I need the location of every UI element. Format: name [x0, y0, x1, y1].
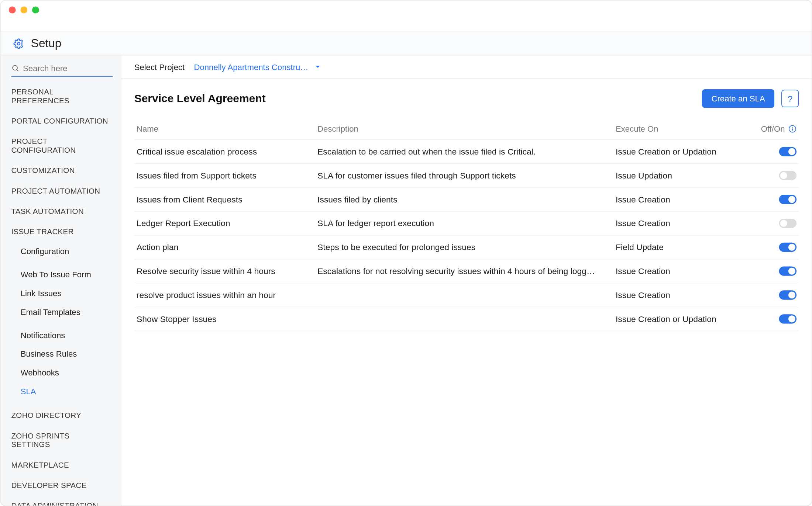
sla-execute-on: Issue Updation: [616, 171, 738, 180]
sla-toggle[interactable]: [779, 243, 796, 252]
maximize-window-icon[interactable]: [32, 6, 39, 13]
window-traffic-lights: [9, 6, 39, 13]
sidebar-item-link-issues[interactable]: Link Issues: [20, 284, 121, 303]
sidebar-section-developer-space[interactable]: DEVELOPER SPACE: [1, 475, 121, 496]
sla-toggle[interactable]: [779, 195, 796, 204]
sla-execute-on: Issue Creation: [616, 219, 738, 228]
sidebar-item-business-rules[interactable]: Business Rules: [20, 344, 121, 363]
minimize-window-icon[interactable]: [20, 6, 27, 13]
sla-execute-on: Issue Creation or Updation: [616, 314, 738, 323]
sla-execute-on: Issue Creation: [616, 195, 738, 204]
info-icon[interactable]: [788, 125, 796, 133]
help-button[interactable]: ?: [781, 90, 799, 107]
chevron-down-icon: [315, 64, 320, 69]
sidebar-section-issue-tracker[interactable]: ISSUE TRACKER: [1, 222, 121, 242]
sla-description: Issues filed by clients: [317, 195, 610, 204]
window-titlebar: [1, 1, 812, 32]
sla-toggle[interactable]: [779, 290, 796, 299]
sla-name: Issues filed from Support tickets: [137, 171, 312, 180]
setup-header: Setup: [1, 32, 812, 55]
col-execute-on: Execute On: [616, 124, 738, 134]
sla-description: Escalation to be carried out when the is…: [317, 147, 610, 156]
sla-execute-on: Issue Creation: [616, 290, 738, 299]
sidebar-section-personal-preferences[interactable]: PERSONAL PREFERENCES: [1, 82, 121, 111]
close-window-icon[interactable]: [9, 6, 16, 13]
table-row[interactable]: Issues from Client RequestsIssues filed …: [134, 188, 799, 212]
sla-name: resolve product issues within an hour: [137, 290, 312, 299]
sla-toggle[interactable]: [779, 314, 796, 323]
sidebar-item-configuration[interactable]: Configuration: [20, 242, 121, 261]
sidebar-item-sla[interactable]: SLA: [20, 382, 121, 401]
sidebar-section-project-configuration[interactable]: PROJECT CONFIGURATION: [1, 131, 121, 160]
sla-description: Steps to be executed for prolonged issue…: [317, 243, 610, 252]
setup-title: Setup: [31, 37, 62, 50]
svg-line-2: [17, 70, 18, 71]
sla-description: SLA for customer issues filed through Su…: [317, 171, 610, 180]
content-area: Service Level Agreement Create an SLA ? …: [121, 79, 812, 505]
sla-execute-on: Field Update: [616, 243, 738, 252]
col-off-on-label: Off/On: [761, 124, 785, 134]
sla-name: Critical issue escalation process: [137, 147, 312, 156]
table-row[interactable]: Issues filed from Support ticketsSLA for…: [134, 164, 799, 188]
sla-description: Escalations for not resolving security i…: [317, 267, 610, 276]
svg-point-1: [13, 66, 17, 70]
sla-name: Action plan: [137, 243, 312, 252]
sla-name: Ledger Report Execution: [137, 219, 312, 228]
table-row[interactable]: Show Stopper IssuesIssue Creation or Upd…: [134, 307, 799, 331]
search-icon: [11, 64, 19, 72]
search-input[interactable]: [23, 63, 113, 73]
app-window: Setup PERSONAL PREFERENCESPORTAL CONFIGU…: [0, 0, 812, 506]
sla-toggle[interactable]: [779, 171, 796, 180]
table-row[interactable]: Action planSteps to be executed for prol…: [134, 236, 799, 260]
col-off-on: Off/On: [761, 124, 796, 134]
project-dropdown[interactable]: Donnelly Apartments Constru…: [194, 62, 320, 71]
sla-name: Resolve security issue within 4 hours: [137, 267, 312, 276]
table-row[interactable]: Ledger Report ExecutionSLA for ledger re…: [134, 212, 799, 236]
sidebar-search: [1, 55, 121, 82]
sidebar-section-data-administration[interactable]: DATA ADMINISTRATION: [1, 496, 121, 506]
table-header: Name Description Execute On Off/On: [134, 118, 799, 140]
col-name: Name: [137, 124, 312, 134]
svg-point-5: [792, 127, 793, 128]
gear-icon: [13, 38, 24, 49]
sidebar-item-notifications[interactable]: Notifications: [20, 326, 121, 345]
sidebar-section-portal-configuration[interactable]: PORTAL CONFIGURATION: [1, 111, 121, 131]
sla-toggle[interactable]: [779, 267, 796, 276]
sidebar-section-zoho-directory[interactable]: ZOHO DIRECTORY: [1, 405, 121, 426]
sla-execute-on: Issue Creation: [616, 267, 738, 276]
sla-description: SLA for ledger report execution: [317, 219, 610, 228]
sidebar-item-webhooks[interactable]: Webhooks: [20, 363, 121, 382]
table-row[interactable]: resolve product issues within an hourIss…: [134, 283, 799, 307]
sidebar-section-task-automation[interactable]: TASK AUTOMATION: [1, 201, 121, 221]
sidebar-item-email-templates[interactable]: Email Templates: [20, 303, 121, 322]
page-title: Service Level Agreement: [134, 92, 266, 105]
sidebar-section-customization[interactable]: CUSTOMIZATION: [1, 160, 121, 181]
sla-name: Issues from Client Requests: [137, 195, 312, 204]
sla-toggle[interactable]: [779, 147, 796, 156]
svg-point-0: [17, 42, 20, 45]
project-dropdown-value: Donnelly Apartments Constru…: [194, 62, 308, 71]
table-row[interactable]: Resolve security issue within 4 hoursEsc…: [134, 260, 799, 284]
table-row[interactable]: Critical issue escalation processEscalat…: [134, 140, 799, 164]
main-panel: Select Project Donnelly Apartments Const…: [121, 55, 812, 506]
select-project-label: Select Project: [134, 62, 185, 71]
sidebar-section-project-automation[interactable]: PROJECT AUTOMATION: [1, 181, 121, 201]
sla-toggle[interactable]: [779, 219, 796, 228]
sidebar-item-web-to-issue-form[interactable]: Web To Issue Form: [20, 265, 121, 284]
sla-execute-on: Issue Creation or Updation: [616, 147, 738, 156]
sidebar: PERSONAL PREFERENCESPORTAL CONFIGURATION…: [1, 55, 121, 506]
sla-name: Show Stopper Issues: [137, 314, 312, 323]
project-selector-bar: Select Project Donnelly Apartments Const…: [121, 55, 812, 79]
sidebar-section-zoho-sprints-settings[interactable]: ZOHO SPRINTS SETTINGS: [1, 426, 121, 455]
create-sla-button[interactable]: Create an SLA: [702, 89, 774, 108]
sidebar-section-marketplace[interactable]: MARKETPLACE: [1, 455, 121, 475]
col-description: Description: [317, 124, 610, 134]
